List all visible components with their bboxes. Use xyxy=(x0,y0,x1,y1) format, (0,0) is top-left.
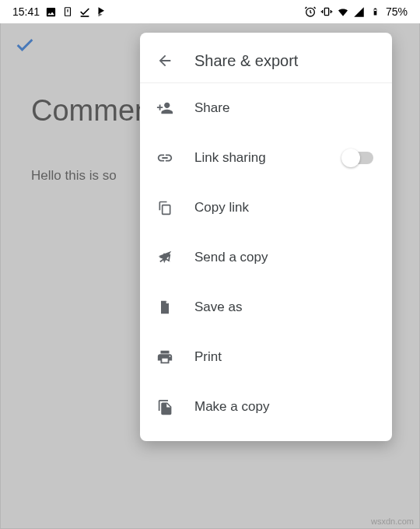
link-icon xyxy=(156,149,174,167)
menu-item-share[interactable]: Share xyxy=(140,83,392,133)
battery-icon xyxy=(369,5,382,18)
send-icon xyxy=(156,248,174,267)
menu-item-save-as[interactable]: Save as xyxy=(140,282,392,332)
svg-rect-4 xyxy=(324,8,328,15)
menu-label: Share xyxy=(194,100,376,116)
sd-card-icon xyxy=(61,5,74,18)
duplicate-file-icon xyxy=(156,398,174,416)
menu-item-make-copy[interactable]: Make a copy xyxy=(140,382,392,432)
menu-label: Save as xyxy=(194,300,376,315)
copy-icon xyxy=(156,198,174,217)
menu-item-copy-link[interactable]: Copy link xyxy=(140,183,392,233)
menu-item-send-copy[interactable]: Send a copy xyxy=(140,233,392,282)
check-underline-icon xyxy=(79,5,91,18)
signal-icon xyxy=(353,5,366,18)
svg-rect-6 xyxy=(163,205,170,215)
status-time: 15:41 xyxy=(12,5,40,18)
vibrate-icon xyxy=(320,5,333,18)
wifi-icon xyxy=(337,5,349,18)
menu-label: Send a copy xyxy=(194,250,376,265)
svg-rect-5 xyxy=(375,9,377,11)
toggle-knob xyxy=(341,149,360,167)
battery-text: 75% xyxy=(386,5,408,18)
share-export-sheet: Share & export Share Link sharing Copy l… xyxy=(140,33,392,441)
print-icon xyxy=(156,348,174,366)
person-add-icon xyxy=(156,99,174,117)
status-bar: 15:41 xyxy=(0,0,420,23)
play-flag-icon xyxy=(96,5,108,18)
menu-label: Copy link xyxy=(194,200,376,215)
menu-item-link-sharing[interactable]: Link sharing xyxy=(140,133,392,183)
file-icon xyxy=(156,298,174,317)
menu-label: Make a copy xyxy=(194,399,376,415)
menu-item-print[interactable]: Print xyxy=(140,332,392,382)
alarm-icon xyxy=(304,5,317,18)
menu-label: Link sharing xyxy=(194,150,344,166)
sheet-header: Share & export xyxy=(140,40,392,83)
menu-label: Print xyxy=(194,349,376,365)
image-icon xyxy=(44,5,57,18)
back-arrow-icon[interactable] xyxy=(156,51,174,70)
sheet-title: Share & export xyxy=(194,52,298,70)
watermark: wsxdn.com xyxy=(371,517,414,526)
link-sharing-toggle[interactable] xyxy=(344,152,373,164)
